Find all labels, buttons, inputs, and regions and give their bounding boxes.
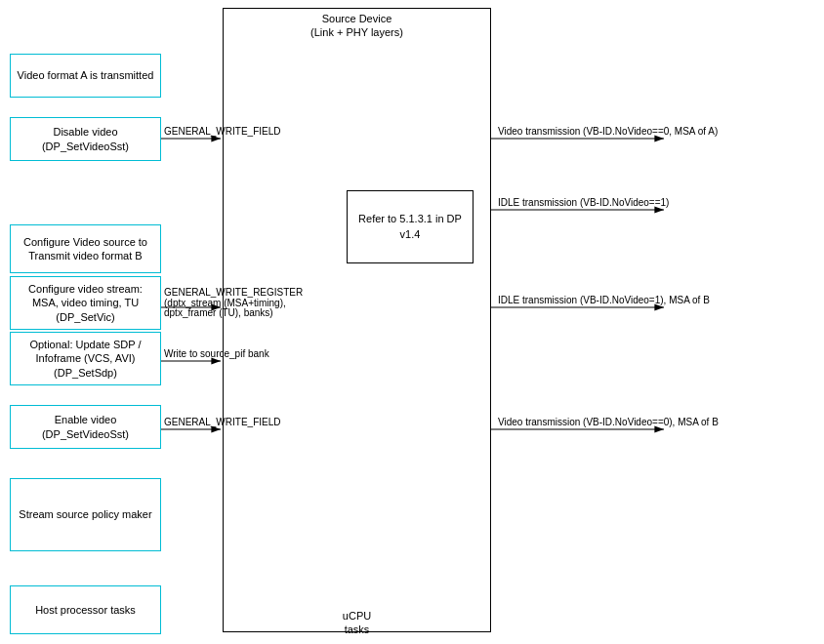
source-device-box xyxy=(223,8,491,632)
source-device-label: Source Device (Link + PHY layers) xyxy=(223,12,491,40)
box-optional-sdp: Optional: Update SDP / Infoframe (VCS, A… xyxy=(10,332,161,385)
svg-text:Video transmission (VB-ID.NoVi: Video transmission (VB-ID.NoVideo==0, MS… xyxy=(498,126,718,137)
box-host-processor: Host processor tasks xyxy=(10,585,161,634)
box-video-format-a: Video format A is transmitted xyxy=(10,54,161,98)
box-configure-source: Configure Video source to Transmit video… xyxy=(10,224,161,273)
svg-text:Video transmission (VB-ID.NoVi: Video transmission (VB-ID.NoVideo==0), M… xyxy=(498,417,719,427)
box-enable-video: Enable video (DP_SetVideoSst) xyxy=(10,405,161,449)
diagram-container: Video format A is transmitted Disable vi… xyxy=(0,0,824,644)
box-configure-stream: Configure video stream: MSA, video timin… xyxy=(10,276,161,330)
box-disable-video: Disable video (DP_SetVideoSst) xyxy=(10,117,161,161)
svg-text:IDLE transmission (VB-ID.NoVid: IDLE transmission (VB-ID.NoVideo==1) xyxy=(498,197,669,208)
refer-box: Refer to 5.1.3.1 in DP v1.4 xyxy=(347,190,474,263)
ucpu-label: uCPU tasks xyxy=(223,609,491,637)
svg-text:IDLE transmission (VB-ID.NoVid: IDLE transmission (VB-ID.NoVideo=1), MSA… xyxy=(498,295,710,305)
box-stream-policy: Stream source policy maker xyxy=(10,478,161,551)
